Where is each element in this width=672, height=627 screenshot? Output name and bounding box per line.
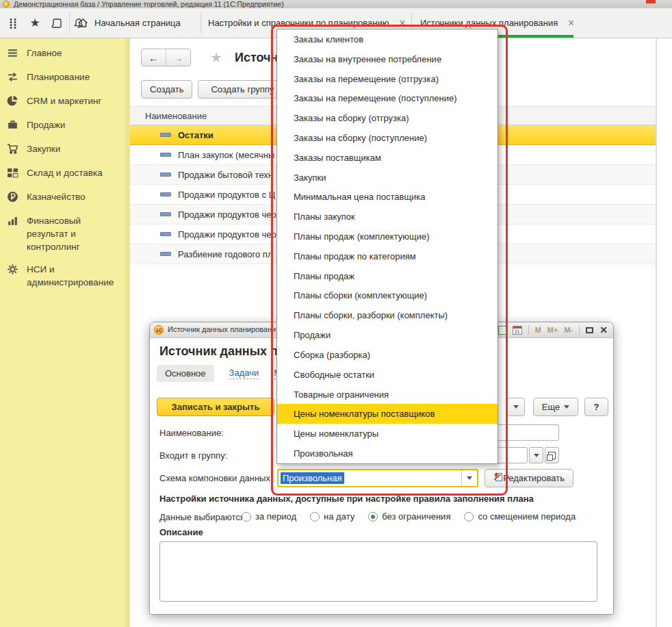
- dropdown-item[interactable]: Заказы на сборку (поступление): [277, 128, 497, 148]
- app-logo-icon: [3, 1, 10, 8]
- dropdown-item[interactable]: Произвольная: [277, 444, 497, 463]
- dropdown-item[interactable]: Сборка (разборка): [277, 345, 497, 365]
- calculator-icon[interactable]: [498, 326, 506, 335]
- tab-settings-close-icon[interactable]: ✕: [399, 18, 406, 28]
- schema-selected-value: Произвольная: [281, 472, 344, 484]
- briefcase-icon: [7, 119, 18, 131]
- dropdown-item[interactable]: Свободные остатки: [277, 365, 497, 385]
- dropdown-item[interactable]: Минимальная цена поставщика: [277, 188, 497, 207]
- dropdown-item[interactable]: Продажи: [277, 325, 497, 345]
- dropdown-item[interactable]: Заказы поставщикам: [277, 148, 497, 168]
- sidebar-item-7[interactable]: Финансовый результат и контроллинг: [0, 214, 130, 253]
- dropdown-item[interactable]: Цены номенклатуры поставщиков: [277, 404, 497, 424]
- dropdown-item[interactable]: Товарные ограничения: [277, 385, 497, 405]
- item-dash-icon: [160, 212, 171, 216]
- sidebar-item-label: Главное: [27, 47, 62, 60]
- memory-m-plus-button[interactable]: M+: [547, 326, 558, 334]
- sidebar-item-0[interactable]: Главное: [0, 47, 130, 61]
- dropdown-item[interactable]: Планы закупок: [277, 207, 497, 227]
- create-group-button[interactable]: Создать группу: [198, 80, 287, 99]
- favorites-star-icon[interactable]: ★: [29, 17, 41, 29]
- schema-combobox[interactable]: Произвольная: [277, 469, 478, 487]
- dropdown-item[interactable]: Планы сборки, разборки (комплекты): [277, 305, 497, 325]
- magic-wand-icon: ✳: [493, 473, 498, 483]
- dropdown-item[interactable]: Цены номенклатуры: [277, 424, 497, 444]
- dialog-tab-tasks[interactable]: Задачи: [229, 368, 259, 379]
- dialog-close-icon[interactable]: ✕: [599, 325, 608, 335]
- name-label: Наименование:: [159, 428, 224, 438]
- radio-option-2[interactable]: без ограничения: [368, 511, 450, 522]
- sidebar-item-4[interactable]: Закупки: [0, 142, 130, 157]
- forward-button[interactable]: →: [166, 49, 190, 66]
- radio-option-3[interactable]: со смещением периода: [464, 511, 576, 522]
- dropdown-item[interactable]: Заказы клиентов: [277, 29, 497, 49]
- group-dropdown-button[interactable]: [529, 447, 543, 463]
- item-dash-icon: [160, 172, 171, 177]
- maximize-icon[interactable]: [586, 327, 593, 333]
- description-label: Описание: [159, 527, 203, 537]
- radio-option-0[interactable]: за период: [242, 511, 296, 522]
- sidebar-item-label: Финансовый результат и контроллинг: [27, 214, 125, 253]
- history-icon[interactable]: [51, 17, 63, 29]
- sidebar-item-3[interactable]: Продажи: [0, 118, 130, 133]
- dropdown-item[interactable]: Закупки: [277, 168, 497, 188]
- sidebar-item-6[interactable]: Казначейство: [0, 190, 130, 205]
- row-name: План закупок (месячны: [178, 150, 274, 160]
- content-right-edge: [656, 38, 657, 627]
- schema-dropdown-arrow[interactable]: [461, 470, 477, 486]
- sidebar-item-label: Планирование: [27, 71, 90, 84]
- radio-circle-icon[interactable]: [368, 512, 378, 522]
- dropdown-item[interactable]: Планы продаж: [277, 266, 497, 286]
- tab-planning-sources-close-icon[interactable]: ✕: [567, 18, 573, 28]
- tab-home[interactable]: Начальная страница: [70, 8, 200, 38]
- bar-chart-icon: [7, 215, 18, 227]
- row-name: Остатки: [178, 130, 214, 140]
- dropdown-item[interactable]: Заказы на сборку (отгрузка): [277, 108, 497, 128]
- application-window: Демонстрационная база / Управление торго…: [0, 0, 672, 627]
- radio-circle-icon[interactable]: [310, 512, 320, 522]
- dialog-heading: Источник данных пл: [159, 344, 285, 359]
- dialog-tab-main[interactable]: Основное: [157, 365, 214, 382]
- save-and-close-button[interactable]: Записать и закрыть: [157, 398, 274, 416]
- radio-option-1[interactable]: на дату: [310, 511, 354, 522]
- split-arrow-button[interactable]: [507, 398, 525, 416]
- service-menu-icon[interactable]: [7, 17, 19, 29]
- edit-schema-button[interactable]: ✳ Редактировать: [484, 469, 573, 487]
- memory-m-minus-button[interactable]: M-: [564, 326, 573, 334]
- dropdown-item[interactable]: Планы сборки (комплектующие): [277, 286, 497, 306]
- create-button[interactable]: Создать: [141, 80, 192, 99]
- row-name: Продажи продуктов с Ц: [178, 190, 275, 200]
- dropdown-item[interactable]: Планы продаж по категориям: [277, 246, 497, 266]
- more-button[interactable]: Еще: [533, 398, 578, 416]
- sidebar-item-1[interactable]: Планирование: [0, 71, 130, 85]
- dropdown-item[interactable]: Заказы на перемещение (отгрузка): [277, 69, 497, 89]
- memory-m-button[interactable]: M: [535, 326, 541, 334]
- group-open-button[interactable]: [545, 447, 559, 463]
- planning-icon: [7, 71, 18, 83]
- radio-circle-icon[interactable]: [464, 512, 474, 522]
- calendar-icon[interactable]: 31: [513, 326, 522, 335]
- sidebar-item-label: НСИ и администрирование: [27, 263, 125, 289]
- menu-lines-icon: [7, 47, 18, 59]
- back-button[interactable]: ←: [142, 49, 166, 66]
- sidebar-scrollbar[interactable]: [125, 38, 130, 627]
- row-name: Разбиение годового пл: [178, 249, 273, 259]
- description-field[interactable]: [159, 541, 597, 602]
- radio-circle-icon[interactable]: [242, 512, 251, 522]
- item-dash-icon: [160, 153, 171, 157]
- sidebar: ГлавноеПланированиеCRM и маркетингПродаж…: [0, 38, 130, 627]
- sidebar-item-5[interactable]: Склад и доставка: [0, 166, 130, 181]
- sidebar-item-label: Продажи: [27, 118, 65, 131]
- app-titlebar: Демонстрационная база / Управление торго…: [0, 0, 672, 8]
- dropdown-item[interactable]: Заказы на перемещение (поступление): [277, 88, 497, 108]
- favorite-star-icon[interactable]: ★: [210, 49, 222, 66]
- item-dash-icon: [160, 133, 171, 137]
- app-close-button[interactable]: [646, 0, 656, 3]
- dropdown-item[interactable]: Заказы на внутреннее потребление: [277, 49, 497, 69]
- sidebar-item-2[interactable]: CRM и маркетинг: [0, 94, 130, 109]
- help-button[interactable]: ?: [584, 398, 608, 416]
- sidebar-nav: ГлавноеПланированиеCRM и маркетингПродаж…: [0, 47, 130, 289]
- row-name: Продажи продуктов чер: [178, 209, 276, 220]
- sidebar-item-8[interactable]: НСИ и администрирование: [0, 263, 130, 289]
- dropdown-item[interactable]: Планы продаж (комплектующие): [277, 227, 497, 246]
